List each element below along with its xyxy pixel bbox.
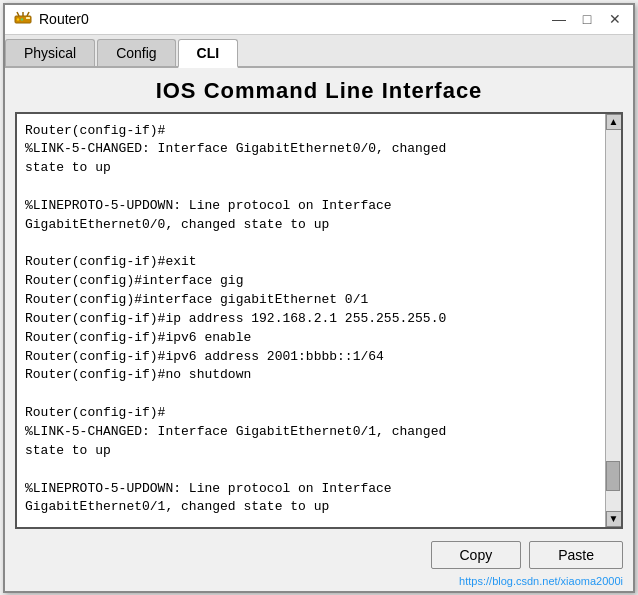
scrollbar-thumb[interactable]: [606, 461, 620, 491]
scrollbar-down-button[interactable]: ▼: [606, 511, 622, 527]
window-controls: — □ ✕: [549, 9, 625, 29]
minimize-button[interactable]: —: [549, 9, 569, 29]
page-title: IOS Command Line Interface: [5, 68, 633, 112]
maximize-button[interactable]: □: [577, 9, 597, 29]
copy-button[interactable]: Copy: [431, 541, 522, 569]
terminal-output[interactable]: Router(config-if)# %LINK-5-CHANGED: Inte…: [17, 114, 605, 527]
svg-rect-3: [26, 17, 30, 19]
title-bar-left: Router0: [13, 9, 89, 29]
close-button[interactable]: ✕: [605, 9, 625, 29]
terminal-container: Router(config-if)# %LINK-5-CHANGED: Inte…: [15, 112, 623, 529]
scrollbar-track: [606, 130, 621, 511]
svg-line-6: [27, 12, 29, 16]
bottom-bar: Copy Paste: [5, 537, 633, 575]
svg-point-2: [21, 18, 23, 20]
tab-physical[interactable]: Physical: [5, 39, 95, 66]
scrollbar: ▲ ▼: [605, 114, 621, 527]
title-bar: Router0 — □ ✕: [5, 5, 633, 35]
main-window: Router0 — □ ✕ Physical Config CLI IOS Co…: [3, 3, 635, 593]
watermark: https://blog.csdn.net/xiaoma2000i: [5, 575, 633, 591]
paste-button[interactable]: Paste: [529, 541, 623, 569]
tab-bar: Physical Config CLI: [5, 35, 633, 68]
tab-cli[interactable]: CLI: [178, 39, 239, 68]
scrollbar-up-button[interactable]: ▲: [606, 114, 622, 130]
svg-point-1: [17, 18, 19, 20]
router-icon: [13, 9, 33, 29]
tab-config[interactable]: Config: [97, 39, 175, 66]
window-title: Router0: [39, 11, 89, 27]
svg-line-4: [17, 12, 19, 16]
